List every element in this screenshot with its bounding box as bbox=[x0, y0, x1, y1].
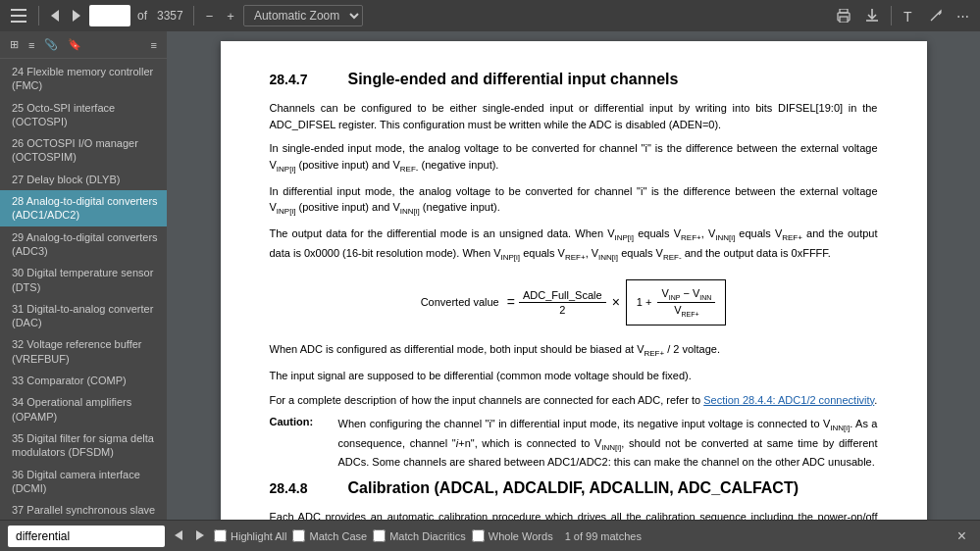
page-number-input[interactable]: 985 bbox=[89, 5, 130, 26]
whole-words-text: Whole Words bbox=[489, 530, 553, 542]
section-heading: Single-ended and differential input chan… bbox=[348, 71, 679, 88]
para-2: In single-ended input mode, the analog v… bbox=[270, 140, 878, 175]
section-link[interactable]: Section 28.4.4: ADC1/2 connectivity bbox=[703, 394, 874, 406]
sidebar-item-25[interactable]: 25 Octo-SPI interface (OCTOSPI) bbox=[0, 97, 167, 133]
para-7: For a complete description of how the in… bbox=[270, 392, 878, 409]
svg-marker-11 bbox=[175, 530, 182, 540]
sidebar-items-list: 24 Flexible memory controller (FMC) 25 O… bbox=[0, 59, 167, 520]
draw-button[interactable] bbox=[924, 7, 948, 25]
search-prev-button[interactable] bbox=[171, 526, 186, 545]
svg-marker-12 bbox=[196, 530, 204, 540]
divider-3 bbox=[891, 6, 892, 25]
para-6: The input signal are supposed to be diff… bbox=[270, 368, 878, 384]
svg-rect-1 bbox=[11, 15, 26, 17]
svg-marker-3 bbox=[51, 10, 59, 22]
svg-rect-7 bbox=[840, 17, 848, 23]
caution-text: When configuring the channel "i" in diff… bbox=[338, 416, 878, 470]
section-number: 28.4.7 bbox=[270, 72, 329, 87]
svg-text:T: T bbox=[903, 9, 912, 23]
prev-page-button[interactable] bbox=[46, 8, 64, 24]
search-input[interactable] bbox=[8, 526, 165, 547]
more-button[interactable]: ⋯ bbox=[952, 7, 974, 25]
svg-rect-0 bbox=[11, 9, 26, 11]
sidebar-item-24[interactable]: 24 Flexible memory controller (FMC) bbox=[0, 61, 167, 97]
section-28-4-8-number: 28.4.8 bbox=[270, 480, 329, 496]
sidebar-item-26[interactable]: 26 OCTOSPI I/O manager (OCTOSPIM) bbox=[0, 132, 167, 169]
sidebar-grid-icon[interactable]: ⊞ bbox=[6, 35, 23, 54]
match-diacritics-label[interactable]: Match Diacritics bbox=[373, 529, 466, 542]
para-3: In differential input mode, the analog v… bbox=[270, 183, 878, 219]
sidebar-item-36[interactable]: 36 Digital camera interface (DCMI) bbox=[0, 464, 167, 500]
svg-marker-4 bbox=[73, 10, 80, 22]
search-next-button[interactable] bbox=[192, 526, 208, 545]
svg-rect-6 bbox=[840, 9, 848, 13]
sidebar-attach-icon[interactable]: 📎 bbox=[40, 35, 62, 54]
search-results: 1 of 99 matches bbox=[565, 530, 642, 542]
formula-block: Converted value = ADC_Full_Scale 2 × 1 +… bbox=[270, 279, 878, 326]
pdf-page: 28.4.7 Single-ended and differential inp… bbox=[221, 41, 927, 520]
download-button[interactable] bbox=[860, 7, 884, 25]
pdf-viewer[interactable]: 28.4.7 Single-ended and differential inp… bbox=[167, 31, 980, 520]
formula-label: Converted value bbox=[421, 296, 499, 308]
sidebar-item-29[interactable]: 29 Analog-to-digital converters (ADC3) bbox=[0, 226, 167, 263]
sidebar-menu-icon[interactable]: ≡ bbox=[147, 36, 161, 54]
print-button[interactable] bbox=[831, 7, 856, 25]
times-symbol: × bbox=[612, 294, 620, 310]
divider-2 bbox=[193, 6, 194, 25]
text-tool-button[interactable]: T bbox=[899, 7, 920, 25]
formula-fraction: ADC_Full_Scale 2 bbox=[519, 288, 606, 317]
sidebar-item-28[interactable]: 28 Analog-to-digital converters (ADC1/AD… bbox=[0, 190, 167, 226]
para-4: The output data for the differential mod… bbox=[270, 225, 878, 263]
match-case-text: Match Case bbox=[309, 530, 367, 542]
sidebar-list-icon[interactable]: ≡ bbox=[25, 36, 38, 54]
sidebar-item-35[interactable]: 35 Digital filter for sigma delta modula… bbox=[0, 427, 167, 464]
main-content: ⊞ ≡ 📎 🔖 ≡ 24 Flexible memory controller … bbox=[0, 31, 980, 520]
next-page-button[interactable] bbox=[68, 8, 85, 24]
search-bar: Highlight All Match Case Match Diacritic… bbox=[0, 520, 980, 551]
highlight-all-label[interactable]: Highlight All bbox=[214, 529, 286, 542]
highlight-all-checkbox[interactable] bbox=[214, 529, 227, 542]
para-8: Each ADC provides an automatic calibrati… bbox=[270, 509, 878, 520]
sidebar-item-37[interactable]: 37 Parallel synchronous slave interface … bbox=[0, 499, 167, 520]
whole-words-checkbox[interactable] bbox=[472, 529, 485, 542]
sidebar-item-32[interactable]: 32 Voltage reference buffer (VREFBUF) bbox=[0, 333, 167, 370]
match-case-label[interactable]: Match Case bbox=[292, 529, 367, 542]
zoom-select[interactable]: Automatic Zoom bbox=[243, 5, 363, 26]
sidebar: ⊞ ≡ 📎 🔖 ≡ 24 Flexible memory controller … bbox=[0, 31, 167, 520]
sidebar-item-33[interactable]: 33 Comparator (COMP) bbox=[0, 370, 167, 391]
whole-words-label[interactable]: Whole Words bbox=[472, 529, 553, 542]
para-5: When ADC is configured as differential m… bbox=[270, 341, 878, 360]
caution-label: Caution: bbox=[270, 416, 329, 470]
svg-rect-2 bbox=[11, 21, 26, 23]
toolbar: 985 of 3357 − + Automatic Zoom T bbox=[0, 0, 980, 31]
section-28-4-7-title: 28.4.7 Single-ended and differential inp… bbox=[270, 71, 878, 88]
match-diacritics-checkbox[interactable] bbox=[373, 529, 386, 542]
page-of-label: of bbox=[137, 9, 147, 23]
sidebar-item-34[interactable]: 34 Operational amplifiers (OPAMP) bbox=[0, 391, 167, 427]
zoom-out-button[interactable]: − bbox=[201, 7, 219, 25]
sidebar-item-30[interactable]: 30 Digital temperature sensor (DTS) bbox=[0, 262, 167, 298]
search-close-button[interactable]: × bbox=[952, 526, 972, 547]
section-28-4-8-title: 28.4.8 Calibration (ADCAL, ADCALDIF, ADC… bbox=[270, 479, 878, 497]
section-28-4-8-heading: Calibration (ADCAL, ADCALDIF, ADCALLIN, … bbox=[348, 479, 799, 497]
highlight-all-text: Highlight All bbox=[231, 530, 286, 542]
sidebar-bookmark-icon[interactable]: 🔖 bbox=[64, 35, 85, 54]
sidebar-item-31[interactable]: 31 Digital-to-analog converter (DAC) bbox=[0, 298, 167, 334]
divider-1 bbox=[38, 6, 39, 25]
para-1: Channels can be configured to be either … bbox=[270, 100, 878, 132]
zoom-in-button[interactable]: + bbox=[222, 7, 239, 25]
formula-bracket-content: 1 + VINP − VINN VREF+ bbox=[626, 279, 727, 326]
svg-line-10 bbox=[931, 13, 939, 21]
sidebar-toggle-button[interactable] bbox=[6, 7, 31, 25]
sidebar-item-27[interactable]: 27 Delay block (DLYB) bbox=[0, 169, 167, 190]
caution-block: Caution: When configuring the channel "i… bbox=[270, 416, 878, 470]
toolbar-right: T ⋯ bbox=[831, 6, 974, 25]
match-case-checkbox[interactable] bbox=[292, 529, 305, 542]
page-total: 3357 bbox=[157, 9, 183, 23]
sidebar-icons: ⊞ ≡ 📎 🔖 ≡ bbox=[0, 31, 167, 59]
match-diacritics-text: Match Diacritics bbox=[389, 530, 466, 542]
